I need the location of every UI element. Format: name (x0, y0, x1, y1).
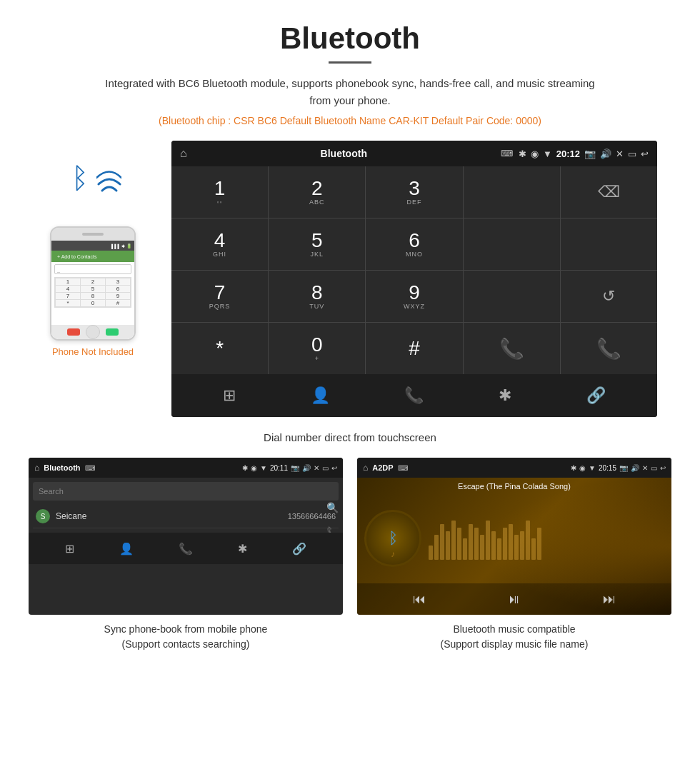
dial-key-1[interactable]: 1 ◦◦ (171, 166, 268, 218)
dial-key-6[interactable]: 6 MNO (366, 218, 462, 270)
car-status-right: ✱ ◉ ▼ 20:12 📷 🔊 ✕ ▭ ↩ (519, 149, 649, 159)
music-content: Escape (The Pina Colada Song) ᛒ ♪ ⏮ ⏯ ⏭ (357, 478, 671, 615)
contacts-right-actions: 🔍 📞 ↺ (326, 502, 339, 533)
music-time: 20:15 (599, 464, 616, 472)
dial-key-7[interactable]: 7 PQRS (171, 271, 268, 322)
music-status-right: ✱ ◉ ▼ 20:15 📷 🔊 ✕ ▭ ↩ (571, 464, 666, 472)
contacts-vol-icon: 🔊 (302, 464, 311, 472)
dial-key-hash[interactable]: # (366, 323, 462, 374)
music-screenshot: ⌂ A2DP ⌨ ✱ ◉ ▼ 20:15 📷 🔊 ✕ ▭ ↩ Esca (357, 458, 671, 652)
music-bar-6 (463, 538, 467, 560)
dial-key-2[interactable]: 2 ABC (269, 166, 365, 218)
car-home-icon[interactable]: ⌂ (180, 147, 187, 160)
phone-icon[interactable]: 📞 (404, 386, 424, 405)
contacts-sig-icon: ▼ (260, 464, 267, 472)
phone-status-bar: ▌▌▌ ✱ 🔋 (51, 241, 134, 251)
dial-key-star[interactable]: * (171, 323, 268, 374)
music-win-icon: ▭ (651, 464, 657, 472)
contacts-icon[interactable]: 👤 (311, 386, 330, 405)
dialpad-icon[interactable]: ⊞ (223, 386, 236, 405)
back-status-icon[interactable]: ↩ (641, 149, 649, 159)
dial-key-0[interactable]: 0 + (269, 323, 365, 374)
music-bar-3 (446, 531, 450, 560)
phone-display-field: _ (57, 267, 60, 272)
phone-key-4: 4 (56, 286, 80, 292)
search-placeholder: Search (39, 487, 64, 496)
contacts-home-icon[interactable]: ⌂ (34, 463, 39, 473)
contacts-link-icon[interactable]: 🔗 (292, 542, 306, 556)
contacts-bottom-bar: ⊞ 👤 📞 ✱ 🔗 (29, 533, 343, 564)
phone-image: ▌▌▌ ✱ 🔋 + Add to Contacts _ 1 2 3 4 5 (50, 226, 136, 341)
contacts-win-icon: ▭ (322, 464, 329, 472)
phone-screen: ▌▌▌ ✱ 🔋 + Add to Contacts _ 1 2 3 4 5 (51, 241, 134, 339)
dial-empty-4 (464, 271, 560, 322)
contacts-usb-icon: ⌨ (85, 464, 95, 472)
dial-redial[interactable]: ↺ (561, 271, 657, 322)
title-underline (329, 61, 371, 64)
music-bar-1 (434, 535, 439, 560)
bottom-screenshots: ⌂ Bluetooth ⌨ ✱ ◉ ▼ 20:11 📷 🔊 ✕ ▭ ↩ (0, 458, 700, 666)
bluetooth-icon[interactable]: ✱ (499, 386, 511, 405)
contacts-bluetooth-icon[interactable]: ✱ (238, 542, 247, 556)
contacts-dialpad-icon[interactable]: ⊞ (65, 542, 74, 556)
dial-key-9[interactable]: 9 WXYZ (366, 271, 462, 322)
dialpad-grid: 1 ◦◦ 2 ABC 3 DEF ⌫ 4 GHI 5 JKL (171, 166, 657, 374)
car-usb-icon: ⌨ (501, 149, 513, 159)
search-right-icon[interactable]: 🔍 (326, 502, 339, 513)
contacts-loc-icon: ◉ (251, 464, 257, 472)
contact-row-seicane[interactable]: S Seicane 13566664466 (33, 505, 339, 528)
dial-key-8[interactable]: 8 TUV (269, 271, 365, 322)
phone-speaker (82, 233, 104, 236)
music-back-icon[interactable]: ↩ (660, 464, 666, 472)
phone-key-2: 2 (81, 278, 105, 285)
contacts-close-icon: ✕ (314, 464, 319, 472)
contacts-user-icon[interactable]: 👤 (119, 542, 134, 556)
music-caption: Bluetooth music compatible(Support displ… (441, 622, 589, 652)
contacts-mini-screen: ⌂ Bluetooth ⌨ ✱ ◉ ▼ 20:11 📷 🔊 ✕ ▭ ↩ (29, 458, 343, 615)
left-panel: ᛒ ▌▌▌ ✱ 🔋 + Add to Contacts (29, 141, 157, 357)
dial-key-3[interactable]: 3 DEF (366, 166, 462, 218)
music-note-icon: ♪ (391, 549, 395, 559)
dial-empty-3 (561, 218, 657, 270)
dial-empty-2 (464, 218, 560, 270)
phone-app-label: + Add to Contacts (54, 254, 99, 259)
search-bar[interactable]: Search (33, 482, 339, 501)
contacts-back-icon[interactable]: ↩ (331, 464, 337, 472)
page-description: Integrated with BC6 Bluetooth module, su… (100, 75, 600, 109)
music-vol-icon: 🔊 (631, 464, 639, 472)
music-home-icon[interactable]: ⌂ (363, 463, 368, 473)
phone-app-bar: + Add to Contacts (51, 251, 134, 262)
phone-top-bar (51, 228, 134, 241)
contacts-time: 20:11 (270, 464, 288, 472)
contacts-status-right: ✱ ◉ ▼ 20:11 📷 🔊 ✕ ▭ ↩ (242, 464, 337, 472)
window-status-icon: ▭ (628, 149, 636, 159)
phone-call-button (106, 328, 119, 336)
phone-key-8: 8 (81, 293, 105, 299)
phone-key-9: 9 (106, 293, 130, 299)
dial-backspace[interactable]: ⌫ (561, 166, 657, 218)
phone-end-button (67, 328, 80, 336)
link-icon[interactable]: 🔗 (586, 386, 606, 405)
close-status-icon: ✕ (616, 149, 624, 159)
music-app-name: A2DP (372, 463, 393, 472)
dial-green-call[interactable]: 📞 (464, 323, 560, 374)
contacts-app-name: Bluetooth (44, 463, 80, 472)
green-phone-icon: 📞 (499, 337, 524, 361)
call-right-icon[interactable]: 📞 (326, 526, 339, 533)
dial-red-call[interactable]: 📞 (561, 323, 657, 374)
page-title: Bluetooth (14, 21, 686, 56)
contacts-phone-icon[interactable]: 📞 (179, 542, 193, 556)
red-phone-icon: 📞 (596, 337, 621, 361)
music-bar-0 (429, 546, 433, 560)
dial-key-5[interactable]: 5 JKL (269, 218, 365, 270)
music-cam-icon: 📷 (619, 464, 628, 472)
phone-key-3: 3 (106, 278, 130, 285)
music-bar-7 (469, 524, 473, 560)
dial-key-4[interactable]: 4 GHI (171, 218, 268, 270)
music-prev-icon[interactable]: ⏮ (413, 592, 426, 607)
phone-not-included-label: Phone Not Included (52, 346, 134, 357)
music-bt-icon: ✱ (571, 464, 576, 472)
phone-key-7: 7 (56, 293, 80, 299)
music-bar-2 (440, 524, 444, 560)
bluetooth-icon-area: ᛒ (64, 155, 121, 212)
